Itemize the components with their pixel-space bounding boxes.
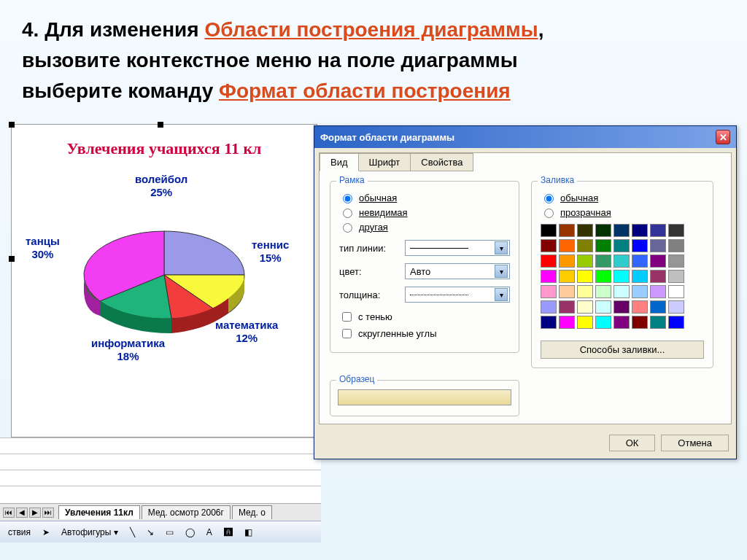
color-swatch[interactable]: [650, 224, 666, 237]
diagram-icon[interactable]: ◧: [241, 525, 256, 540]
close-icon[interactable]: ✕: [716, 130, 730, 144]
color-swatch[interactable]: [614, 239, 630, 252]
color-swatch[interactable]: [577, 300, 593, 314]
color-swatch[interactable]: [614, 285, 630, 298]
radio-frame-other[interactable]: [343, 223, 352, 233]
selection-handle[interactable]: [9, 122, 15, 128]
color-swatch[interactable]: [577, 270, 593, 283]
fill-legend: Заливка: [538, 175, 577, 185]
color-swatch[interactable]: [595, 270, 611, 283]
color-swatch[interactable]: [632, 239, 648, 252]
color-swatch[interactable]: [595, 254, 611, 268]
color-swatch[interactable]: [632, 316, 648, 329]
color-swatch[interactable]: [541, 316, 557, 329]
color-swatch[interactable]: [614, 270, 630, 283]
line-icon[interactable]: ╲: [126, 525, 139, 540]
radio-fill-transparent[interactable]: [544, 209, 554, 218]
selection-handle[interactable]: [9, 256, 15, 262]
color-swatch[interactable]: [559, 239, 575, 252]
color-swatch[interactable]: [541, 254, 557, 268]
color-swatch[interactable]: [668, 239, 684, 252]
color-swatch[interactable]: [668, 224, 684, 237]
slice-label-math: математика12%: [215, 319, 278, 345]
sheet-tab-med[interactable]: Мед. о: [232, 505, 272, 519]
arrow-line-icon[interactable]: ↘: [143, 525, 158, 540]
tab-font[interactable]: Шрифт: [358, 153, 411, 171]
color-swatch[interactable]: [650, 270, 666, 283]
color-swatch[interactable]: [541, 270, 557, 283]
color-swatch[interactable]: [595, 316, 611, 329]
color-swatch[interactable]: [559, 316, 575, 329]
color-swatch[interactable]: [650, 285, 666, 298]
color-swatch[interactable]: [632, 254, 648, 268]
tab-view[interactable]: Вид: [320, 153, 359, 171]
autoshapes-menu[interactable]: Автофигуры ▾: [58, 525, 122, 540]
color-swatch[interactable]: [650, 316, 666, 329]
color-swatch[interactable]: [577, 285, 593, 298]
color-swatch[interactable]: [632, 270, 648, 283]
sheet-tab-med2006[interactable]: Мед. осмотр 2006г: [142, 505, 231, 519]
fill-methods-button[interactable]: Способы заливки...: [541, 341, 704, 359]
dialog-titlebar[interactable]: Формат области диаграммы ✕: [314, 126, 736, 148]
radio-frame-invisible[interactable]: [343, 209, 352, 218]
color-swatch[interactable]: [541, 224, 557, 237]
chevron-down-icon[interactable]: ▾: [495, 265, 508, 278]
color-swatch[interactable]: [650, 254, 666, 268]
color-swatch[interactable]: [595, 285, 611, 298]
color-swatch[interactable]: [614, 224, 630, 237]
color-swatch[interactable]: [650, 239, 666, 252]
color-swatch[interactable]: [595, 300, 611, 314]
color-swatch[interactable]: [577, 254, 593, 268]
color-swatch[interactable]: [559, 285, 575, 298]
color-swatch[interactable]: [614, 316, 630, 329]
color-swatch[interactable]: [668, 285, 684, 298]
color-swatch[interactable]: [541, 285, 557, 298]
checkbox-shadow[interactable]: [342, 312, 352, 322]
combo-line-type[interactable]: ▾: [405, 240, 510, 256]
color-swatch[interactable]: [614, 300, 630, 314]
radio-frame-normal[interactable]: [343, 194, 352, 203]
color-swatch[interactable]: [559, 300, 575, 314]
pie-chart[interactable]: волейбол25% теннис15% математика12% инфо…: [18, 173, 310, 377]
color-swatch[interactable]: [577, 239, 593, 252]
color-swatch[interactable]: [650, 300, 666, 314]
selection-handle[interactable]: [158, 122, 163, 128]
color-swatch[interactable]: [559, 254, 575, 268]
color-swatch[interactable]: [632, 300, 648, 314]
combo-thickness[interactable]: ▾: [405, 287, 510, 303]
chevron-down-icon[interactable]: ▾: [495, 288, 508, 301]
tab-properties[interactable]: Свойства: [410, 153, 473, 171]
color-swatch[interactable]: [541, 239, 557, 252]
color-swatch[interactable]: [541, 300, 557, 314]
color-swatch[interactable]: [559, 224, 575, 237]
rect-icon[interactable]: ▭: [162, 525, 177, 540]
color-swatch[interactable]: [668, 270, 684, 283]
radio-fill-normal[interactable]: [544, 194, 554, 203]
color-swatch[interactable]: [595, 224, 611, 237]
last-sheet-icon[interactable]: ⏭: [42, 508, 54, 518]
chart-area[interactable]: Увлечения учащихся 11 кл волейбол25% тен…: [11, 124, 317, 438]
checkbox-rounded[interactable]: [342, 329, 352, 338]
textbox-icon[interactable]: A: [203, 525, 216, 540]
color-swatch[interactable]: [632, 224, 648, 237]
sheet-tab-active[interactable]: Увлечения 11кл: [58, 505, 140, 519]
wordart-icon[interactable]: 🅰: [220, 525, 236, 540]
oval-icon[interactable]: ◯: [182, 525, 198, 540]
color-swatch[interactable]: [559, 270, 575, 283]
combo-color[interactable]: Авто▾: [405, 263, 510, 279]
chevron-down-icon[interactable]: ▾: [495, 241, 508, 254]
color-swatch[interactable]: [668, 254, 684, 268]
cancel-button[interactable]: Отмена: [661, 435, 729, 451]
next-sheet-icon[interactable]: ▶: [29, 508, 41, 518]
first-sheet-icon[interactable]: ⏮: [3, 508, 15, 518]
arrow-icon[interactable]: ➤: [39, 525, 53, 540]
color-swatch[interactable]: [577, 224, 593, 237]
color-swatch[interactable]: [668, 300, 684, 314]
color-swatch[interactable]: [577, 316, 593, 329]
prev-sheet-icon[interactable]: ◀: [16, 508, 28, 518]
color-swatch[interactable]: [614, 254, 630, 268]
color-swatch[interactable]: [668, 316, 684, 329]
ok-button[interactable]: ОК: [609, 435, 656, 451]
color-swatch[interactable]: [595, 239, 611, 252]
color-swatch[interactable]: [632, 285, 648, 298]
